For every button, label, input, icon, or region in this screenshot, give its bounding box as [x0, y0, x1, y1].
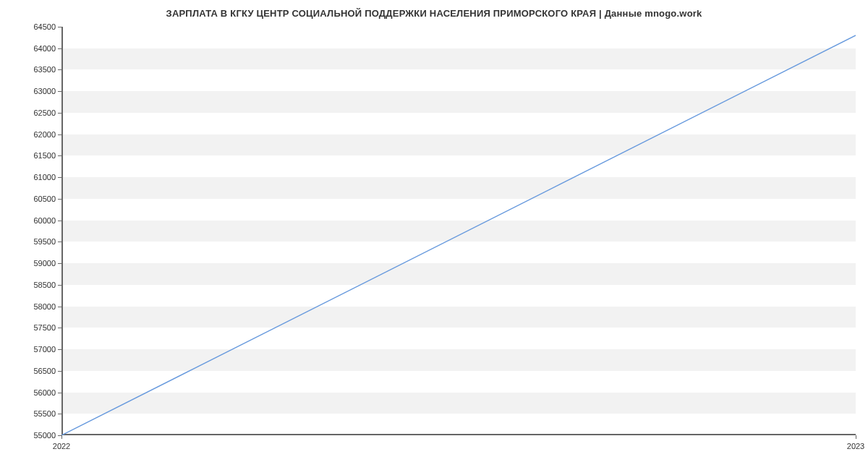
y-tick-mark [58, 48, 61, 49]
y-tick-mark [58, 328, 61, 328]
y-tick-label: 60500 [33, 195, 56, 203]
grid-band [61, 393, 856, 414]
grid-band [61, 91, 856, 113]
y-tick-label: 62500 [33, 108, 56, 117]
y-tick-mark [58, 371, 61, 372]
chart-container: ЗАРПЛАТА В КГКУ ЦЕНТР СОЦИАЛЬНОЙ ПОДДЕРЖ… [0, 0, 868, 470]
x-tick-label: 2022 [53, 442, 70, 450]
y-tick-mark [58, 242, 61, 242]
y-tick-mark [58, 155, 61, 156]
y-tick-mark [58, 113, 61, 114]
y-tick-mark [58, 285, 61, 286]
plot-area: 5500055500560005650057000575005800058500… [61, 27, 856, 435]
y-tick-mark [58, 263, 61, 264]
y-tick-mark [58, 134, 61, 135]
y-tick-mark [58, 221, 61, 221]
y-tick-label: 64500 [33, 22, 56, 31]
y-tick-mark [58, 177, 61, 178]
grid-band [61, 177, 856, 199]
y-tick-mark [58, 414, 61, 414]
y-tick-label: 55000 [33, 431, 56, 440]
grid-band [61, 48, 856, 70]
grid-band [61, 349, 856, 371]
y-tick-label: 63500 [33, 65, 56, 74]
y-tick-mark [58, 349, 61, 350]
y-tick-mark [58, 69, 61, 70]
x-tick-label: 2023 [847, 442, 864, 450]
y-axis-line [61, 27, 63, 435]
y-tick-mark [58, 199, 61, 200]
y-tick-label: 55500 [33, 409, 56, 418]
y-tick-label: 56000 [33, 388, 56, 397]
y-tick-label: 58000 [33, 302, 56, 311]
y-tick-mark [58, 393, 61, 393]
y-tick-label: 59500 [33, 237, 56, 246]
y-tick-label: 62000 [33, 130, 56, 139]
chart-title: ЗАРПЛАТА В КГКУ ЦЕНТР СОЦИАЛЬНОЙ ПОДДЕРЖ… [0, 0, 868, 19]
x-tick-mark [61, 435, 62, 439]
grid-band [61, 221, 856, 242]
y-tick-label: 59000 [33, 259, 56, 268]
y-tick-label: 61000 [33, 173, 56, 181]
grid-band [61, 134, 856, 156]
y-tick-label: 57000 [33, 345, 56, 354]
y-tick-label: 61500 [33, 151, 56, 160]
y-tick-label: 60000 [33, 216, 56, 225]
y-tick-label: 56500 [33, 367, 56, 375]
y-tick-label: 63000 [33, 87, 56, 95]
grid-band [61, 263, 856, 285]
x-axis-line [61, 434, 856, 435]
y-tick-label: 64000 [33, 44, 56, 53]
x-tick-mark [856, 435, 856, 439]
grid-band [61, 307, 856, 328]
y-tick-mark [58, 27, 61, 27]
y-tick-mark [58, 91, 61, 92]
y-tick-label: 58500 [33, 281, 56, 289]
y-tick-mark [58, 307, 61, 307]
y-tick-label: 57500 [33, 323, 56, 332]
